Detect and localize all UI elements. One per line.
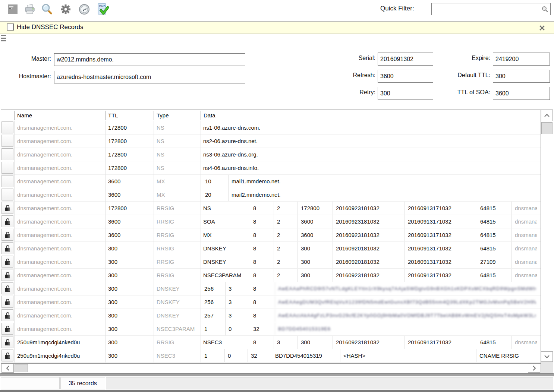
data-value: 3 bbox=[274, 336, 280, 349]
scroll-right-icon[interactable] bbox=[528, 364, 540, 373]
quick-filter-input[interactable] bbox=[432, 4, 541, 14]
data-value: MX bbox=[201, 228, 212, 241]
cell-data: 25638AwEAAaPhRCD9I57vNTLdgKLEYttn1rX9kys… bbox=[201, 282, 541, 295]
default-ttl-label: Default TTL: bbox=[436, 72, 490, 79]
table-row[interactable]: 250u9m1mqcdgi4nked0u300NSEC31032BD7DD454… bbox=[1, 349, 541, 363]
data-value: ns2-06.azure-dns.net. bbox=[201, 135, 258, 148]
lock-cell bbox=[1, 282, 13, 294]
table-row[interactable]: dnsmanagement.com.300DNSKEY25638AwEAAegD… bbox=[1, 295, 541, 309]
cell-ttl: 3600 bbox=[105, 215, 154, 228]
hide-dnssec-checkbox[interactable] bbox=[7, 23, 14, 31]
horizontal-scrollbar[interactable] bbox=[1, 363, 541, 373]
lock-icon bbox=[5, 232, 10, 238]
cell-name: dnsmanagement.com. bbox=[14, 255, 105, 268]
data-value: BD7DD454015319E6 bbox=[275, 322, 361, 335]
vertical-scrollbar-thumb[interactable] bbox=[541, 122, 553, 134]
cell-name: dnsmanagement.com. bbox=[14, 215, 105, 228]
table-row[interactable]: dnsmanagement.com.3600MX20mail2.mmdemo.n… bbox=[1, 188, 541, 202]
data-value: 3 bbox=[225, 282, 232, 295]
table-row[interactable]: dnsmanagement.com.300RRSIGDNSKEY82300201… bbox=[1, 242, 541, 255]
expire-field[interactable] bbox=[493, 53, 550, 66]
scroll-up-icon[interactable] bbox=[541, 110, 553, 121]
cell-ttl: 172800 bbox=[105, 121, 154, 134]
column-header-data[interactable]: Data bbox=[201, 110, 536, 121]
data-value: 32 bbox=[248, 349, 257, 362]
svg-text:DNS: DNS bbox=[99, 4, 106, 8]
toolbar: DNS Quick Filter: bbox=[0, 0, 554, 21]
history-clock-icon[interactable] bbox=[78, 2, 91, 16]
close-icon[interactable] bbox=[538, 24, 546, 32]
ttl-of-soa-field[interactable] bbox=[493, 87, 550, 100]
table-row[interactable]: 250u9m1mqcdgi4nked0u300RRSIGNSEC38330020… bbox=[1, 336, 541, 349]
row-handle bbox=[1, 121, 13, 133]
cell-ttl: 3600 bbox=[105, 175, 154, 188]
table-row[interactable]: dnsmanagement.com.300RRSIGDNSKEY82300201… bbox=[1, 255, 541, 269]
table-row[interactable]: dnsmanagement.com.3600RRSIGMX82360020160… bbox=[1, 228, 541, 242]
print-icon[interactable] bbox=[23, 2, 37, 16]
table-row[interactable]: dnsmanagement.com.172800RRSIGNS821728002… bbox=[1, 202, 541, 215]
table-row[interactable]: dnsmanagement.com.172800NSns2-06.azure-d… bbox=[1, 135, 541, 148]
retry-field[interactable] bbox=[378, 87, 433, 100]
scroll-down-icon[interactable] bbox=[541, 351, 553, 362]
column-header-name[interactable]: Name bbox=[14, 110, 105, 121]
table-row[interactable]: dnsmanagement.com.3600RRSIGSOA8236002016… bbox=[1, 215, 541, 228]
table-row[interactable]: dnsmanagement.com.172800NSns1-06.azure-d… bbox=[1, 121, 541, 135]
column-header-ttl[interactable]: TTL bbox=[105, 110, 154, 121]
data-value: 1 bbox=[201, 322, 207, 335]
data-value: 1 bbox=[201, 349, 207, 362]
data-value: 2 bbox=[274, 255, 280, 268]
records-body: dnsmanagement.com.172800NSns1-06.azure-d… bbox=[1, 121, 541, 363]
table-row[interactable]: dnsmanagement.com.300DNSKEY25738AwEAAciA… bbox=[1, 309, 541, 322]
data-value: 256 bbox=[201, 295, 214, 309]
data-value: DNSKEY bbox=[201, 242, 226, 255]
report-icon[interactable] bbox=[6, 2, 19, 16]
scroll-left-icon[interactable] bbox=[1, 364, 14, 373]
splitter-grip[interactable] bbox=[1, 35, 6, 43]
horizontal-scrollbar-thumb[interactable] bbox=[15, 364, 28, 372]
cell-name: dnsmanagement.com. bbox=[14, 295, 105, 309]
data-value: 64815 bbox=[477, 336, 496, 349]
data-value: 300 bbox=[298, 336, 310, 349]
data-value: 20160913171032 bbox=[405, 336, 451, 349]
data-value: 20160920181032 bbox=[333, 242, 380, 255]
cell-name: dnsmanagement.com. bbox=[14, 121, 105, 134]
data-value: 8 bbox=[250, 202, 256, 215]
hostmaster-field[interactable] bbox=[54, 71, 245, 83]
records-table: Name TTL Type Data dnsmanagement.com.172… bbox=[1, 110, 553, 373]
data-value: SOA bbox=[201, 215, 215, 228]
default-ttl-field[interactable] bbox=[493, 70, 550, 83]
cell-ttl: 172800 bbox=[105, 135, 154, 148]
column-header-type[interactable]: Type bbox=[154, 110, 201, 121]
serial-field[interactable] bbox=[378, 53, 433, 66]
lock-cell bbox=[1, 256, 13, 268]
table-row[interactable]: dnsmanagement.com.172800NSns4-06.azure-d… bbox=[1, 161, 541, 175]
lock-cell bbox=[1, 215, 13, 227]
data-value: 257 bbox=[201, 309, 214, 322]
data-value: 300 bbox=[298, 242, 310, 255]
cell-type: NS bbox=[154, 135, 201, 148]
cell-name: dnsmanagement.com. bbox=[14, 135, 105, 148]
table-row[interactable]: dnsmanagement.com.172800NSns3-06.azure-d… bbox=[1, 148, 541, 161]
data-value: 10 bbox=[202, 175, 211, 188]
cell-name: 250u9m1mqcdgi4nked0u bbox=[14, 349, 105, 362]
data-value: 20160913171032 bbox=[405, 215, 451, 228]
refresh-field[interactable] bbox=[378, 70, 433, 83]
master-field[interactable] bbox=[54, 53, 245, 66]
cell-type: NS bbox=[154, 148, 201, 161]
search-icon[interactable] bbox=[40, 2, 54, 16]
cell-ttl: 172800 bbox=[105, 202, 154, 215]
table-row[interactable]: dnsmanagement.com.300RRSIGNSEC3PARAM8230… bbox=[1, 269, 541, 282]
data-value: dnsmanagement.com. bbox=[511, 336, 537, 349]
dns-check-icon[interactable]: DNS bbox=[96, 2, 110, 16]
cell-ttl: 300 bbox=[105, 322, 154, 335]
table-row[interactable]: dnsmanagement.com.3600MX10mail1.mmdemo.n… bbox=[1, 175, 541, 188]
data-value: 0 bbox=[224, 349, 231, 362]
settings-gear-icon[interactable] bbox=[59, 2, 72, 16]
data-value: 20160923181032 bbox=[333, 269, 380, 282]
cell-data: NS82172800201609231810322016091317103264… bbox=[201, 202, 541, 215]
vertical-scrollbar[interactable] bbox=[541, 110, 553, 373]
data-value: 3 bbox=[225, 309, 232, 322]
table-row[interactable]: dnsmanagement.com.300NSEC3PARAM1032BD7DD… bbox=[1, 322, 541, 336]
cell-ttl: 300 bbox=[105, 255, 154, 268]
table-row[interactable]: dnsmanagement.com.300DNSKEY25638AwEAAaPh… bbox=[1, 282, 541, 295]
